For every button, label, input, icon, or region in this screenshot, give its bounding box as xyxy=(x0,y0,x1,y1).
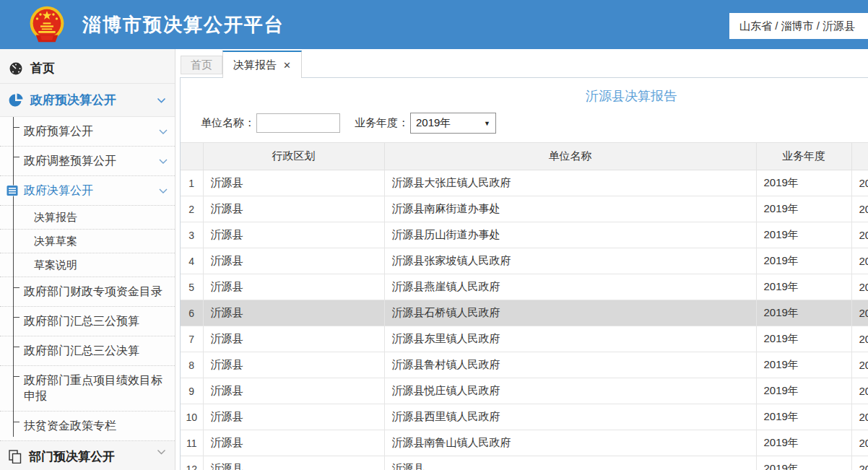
sidebar-item-final-accounts-draft[interactable]: 决算草案 xyxy=(0,230,175,253)
content-panel: 沂源县决算报告 单位名称： 业务年度： 2019年 ▼ 行 xyxy=(180,77,868,470)
row-number-cell: 4 xyxy=(181,248,203,274)
table-row[interactable]: 4沂源县沂源县张家坡镇人民政府2019年20 xyxy=(181,248,868,274)
tab-final-accounts-report[interactable]: 决算报告 ✕ xyxy=(222,51,302,78)
extra-cell: 20 xyxy=(851,196,868,222)
sidebar-item-three-public-budget[interactable]: 政府部门汇总三公预算 xyxy=(0,307,175,336)
district-cell: 沂源县 xyxy=(203,404,384,430)
sidebar-item-key-project-performance[interactable]: 政府部门重点项目绩效目标申报 xyxy=(0,366,175,412)
sidebar-item-final-accounts-report[interactable]: 决算报告 xyxy=(0,206,175,230)
sidebar-submenu: 政府预算公开 政府调整预算公开 xyxy=(0,117,175,441)
sidebar-item-label: 政府决算公开 xyxy=(24,183,93,199)
district-cell: 沂源县 xyxy=(203,378,384,404)
sidebar-item-gov-adjusted-budget[interactable]: 政府调整预算公开 xyxy=(0,147,175,176)
table-row[interactable]: 11沂源县沂源县南鲁山镇人民政府2019年20 xyxy=(181,430,868,456)
sidebar-item-label: 政府部门财政专项资金目录 xyxy=(24,284,162,300)
unit-name-cell: 沂源县张家坡镇人民政府 xyxy=(384,248,756,274)
sidebar: 首页 政府预决算公开 政府预算公开 政府调整预算公开 xyxy=(0,49,175,470)
table-row[interactable]: 6沂源县沂源县石桥镇人民政府2019年20 xyxy=(181,300,868,326)
unit-name-cell: 沂源县南鲁山镇人民政府 xyxy=(384,430,756,456)
row-number-cell: 9 xyxy=(181,378,203,404)
sidebar-item-label: 政府部门汇总三公决算 xyxy=(24,344,139,359)
district-cell: 沂源县 xyxy=(203,170,384,196)
district-cell: 沂源县 xyxy=(203,326,384,352)
district-cell: 沂源县 xyxy=(203,352,384,378)
unit-name-cell: 沂源县西里镇人民政府 xyxy=(384,404,756,430)
table-row[interactable]: 5沂源县沂源县燕崖镇人民政府2019年20 xyxy=(181,274,868,300)
main-content: 首页 决算报告 ✕ 沂源县决算报告 单位名称： 业务年度： 2019年 ▼ xyxy=(175,49,868,470)
sidebar-item-label: 草案说明 xyxy=(34,258,77,272)
sidebar-item-home[interactable]: 首页 xyxy=(0,53,175,84)
year-cell: 2019年 xyxy=(756,352,851,378)
sidebar-item-gov-budget[interactable]: 政府预算公开 xyxy=(0,117,175,147)
table-row[interactable]: 8沂源县沂源县鲁村镇人民政府2019年20 xyxy=(181,352,868,378)
sidebar-item-label: 政府预决算公开 xyxy=(30,92,116,108)
year-cell: 2019年 xyxy=(756,196,851,222)
unit-name-cell: 沂源县 xyxy=(384,456,756,470)
table-row[interactable]: 3沂源县沂源县历山街道办事处2019年20 xyxy=(181,222,868,248)
unit-name-cell: 沂源县悦庄镇人民政府 xyxy=(384,378,756,404)
table-row[interactable]: 2沂源县沂源县南麻街道办事处2019年20 xyxy=(181,196,868,222)
unit-name-cell: 沂源县燕崖镇人民政府 xyxy=(384,274,756,300)
pages-icon xyxy=(9,450,22,464)
chevron-down-icon[interactable] xyxy=(159,159,168,164)
sidebar-item-gov-budget-disclosure[interactable]: 政府预决算公开 xyxy=(0,84,175,117)
col-unit-name: 单位名称 xyxy=(384,143,756,170)
unit-name-cell: 沂源县历山街道办事处 xyxy=(384,222,756,248)
district-cell: 沂源县 xyxy=(203,300,384,326)
year-cell: 2019年 xyxy=(756,404,851,430)
table-row[interactable]: 1沂源县沂源县大张庄镇人民政府2019年20 xyxy=(181,170,868,196)
district-cell: 沂源县 xyxy=(203,274,384,300)
extra-cell: 20 xyxy=(851,222,868,248)
list-icon xyxy=(6,186,18,196)
chevron-down-icon[interactable] xyxy=(157,97,166,103)
year-select[interactable]: 2019年 ▼ xyxy=(410,113,496,134)
tab-bar: 首页 决算报告 ✕ xyxy=(181,49,868,77)
caret-down-icon: ▼ xyxy=(484,120,490,127)
sidebar-item-label: 决算草案 xyxy=(34,235,77,248)
sidebar-item-gov-final-accounts[interactable]: 政府决算公开 xyxy=(0,176,175,206)
tab-home[interactable]: 首页 xyxy=(181,56,222,74)
dashboard-icon xyxy=(9,61,23,76)
district-cell: 沂源县 xyxy=(203,222,384,248)
unit-name-label: 单位名称： xyxy=(201,116,255,130)
unit-name-cell: 沂源县大张庄镇人民政府 xyxy=(384,170,756,196)
row-number-cell: 5 xyxy=(181,274,203,300)
table-row[interactable]: 12沂源县沂源县2019年20 xyxy=(181,456,868,470)
sidebar-item-special-funds-catalog[interactable]: 政府部门财政专项资金目录 xyxy=(0,277,175,307)
year-label: 业务年度： xyxy=(355,116,409,130)
table-row[interactable]: 9沂源县沂源县悦庄镇人民政府2019年20 xyxy=(181,378,868,404)
col-year: 业务年度 xyxy=(756,143,851,170)
sidebar-item-label: 决算报告 xyxy=(34,211,77,225)
pie-chart-icon xyxy=(9,93,23,108)
unit-name-input[interactable] xyxy=(256,113,340,133)
sidebar-item-poverty-relief-funds[interactable]: 扶贫资金政策专栏 xyxy=(0,412,175,441)
sidebar-item-label: 政府调整预算公开 xyxy=(24,154,116,169)
row-number-cell: 12 xyxy=(181,456,203,470)
extra-cell: 20 xyxy=(851,404,868,430)
year-cell: 2019年 xyxy=(756,430,851,456)
table-row[interactable]: 7沂源县沂源县东里镇人民政府2019年20 xyxy=(181,326,868,352)
year-cell: 2019年 xyxy=(756,222,851,248)
unit-name-cell: 沂源县石桥镇人民政府 xyxy=(384,300,756,326)
table-row[interactable]: 10沂源县沂源县西里镇人民政府2019年20 xyxy=(181,404,868,430)
chevron-down-icon[interactable] xyxy=(159,129,168,134)
row-number-cell: 11 xyxy=(181,430,203,456)
report-table: 行政区划 单位名称 业务年度 1沂源县沂源县大张庄镇人民政府2019年202沂源… xyxy=(181,142,868,470)
chevron-down-icon[interactable] xyxy=(159,188,168,193)
table-body: 1沂源县沂源县大张庄镇人民政府2019年202沂源县沂源县南麻街道办事处2019… xyxy=(181,170,868,470)
col-district: 行政区划 xyxy=(203,143,384,170)
row-number-cell: 6 xyxy=(181,300,203,326)
row-number-cell: 2 xyxy=(181,196,203,222)
sidebar-item-dept-budget-disclosure[interactable]: 部门预决算公开 xyxy=(0,442,175,470)
year-select-value: 2019年 xyxy=(416,116,451,130)
row-number-cell: 3 xyxy=(181,222,203,248)
extra-cell: 20 xyxy=(851,430,868,456)
year-cell: 2019年 xyxy=(756,326,851,352)
chevron-down-icon[interactable] xyxy=(157,449,166,455)
sidebar-item-draft-notes[interactable]: 草案说明 xyxy=(0,253,175,277)
close-icon[interactable]: ✕ xyxy=(283,61,291,70)
sidebar-item-three-public-final[interactable]: 政府部门汇总三公决算 xyxy=(0,336,175,366)
col-row-number xyxy=(181,143,203,170)
unit-name-cell: 沂源县鲁村镇人民政府 xyxy=(384,352,756,378)
year-cell: 2019年 xyxy=(756,274,851,300)
